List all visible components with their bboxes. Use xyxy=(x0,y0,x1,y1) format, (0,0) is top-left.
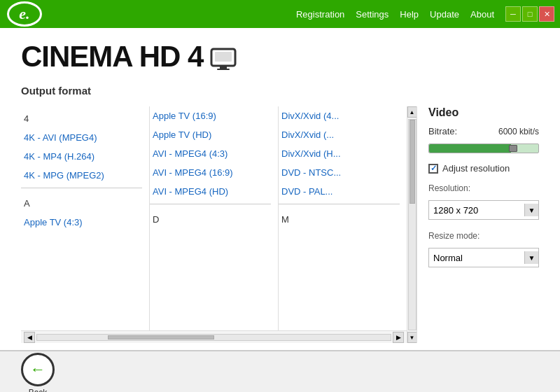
footer: ← Back xyxy=(0,350,560,392)
back-button[interactable]: ← xyxy=(21,353,55,386)
format-avi-mpeg4-43[interactable]: AVI - MPEG4 (4:3) xyxy=(150,144,271,163)
format-avi-mpeg4-169[interactable]: AVI - MPEG4 (16:9) xyxy=(150,163,271,182)
back-arrow-icon: ← xyxy=(30,360,46,379)
resize-mode-select[interactable]: Normal ▼ xyxy=(428,248,539,267)
menu-settings[interactable]: Settings xyxy=(350,6,394,22)
format-4k-mp4[interactable]: 4K - MP4 (H.264) xyxy=(21,147,142,166)
app-logo: e. xyxy=(0,0,63,28)
resize-mode-arrow-icon: ▼ xyxy=(524,251,538,264)
format-divx-3[interactable]: DivX/Xvid (H... xyxy=(279,144,400,163)
bitrate-slider-wrap[interactable] xyxy=(428,144,539,153)
app-title: CINEMA HD 4 xyxy=(21,42,203,71)
resolution-select[interactable]: 1280 x 720 ▼ xyxy=(428,200,539,220)
main-content: CINEMA HD 4 Output format 4 4K - AVI (MP… xyxy=(0,28,560,350)
svg-rect-3 xyxy=(217,69,230,70)
title-bar: e. Registration Settings Help Update Abo… xyxy=(0,0,560,28)
format-column-1: 4 4K - AVI (MPEG4) 4K - MP4 (H.264) 4K -… xyxy=(21,106,150,330)
divider-2 xyxy=(150,204,271,204)
format-appletv-169[interactable]: Apple TV (16:9) xyxy=(150,106,271,125)
format-area: 4 4K - AVI (MPEG4) 4K - MP4 (H.264) 4K -… xyxy=(21,106,539,343)
h-scroll-thumb[interactable] xyxy=(108,335,214,340)
letter-a: A xyxy=(21,191,142,213)
format-4k-mpg[interactable]: 4K - MPG (MPEG2) xyxy=(21,166,142,185)
minimize-button[interactable]: ─ xyxy=(505,6,521,22)
adjust-resolution-checkbox[interactable] xyxy=(428,164,438,174)
divider-3 xyxy=(279,204,400,204)
adjust-resolution-label: Adjust resolution xyxy=(442,163,510,174)
app-header: CINEMA HD 4 xyxy=(21,42,539,74)
bitrate-slider[interactable] xyxy=(428,144,539,153)
resolution-label: Resolution: xyxy=(428,183,539,193)
h-scroll-left-btn[interactable]: ◀ xyxy=(24,332,35,343)
format-4k-avi[interactable]: 4K - AVI (MPEG4) xyxy=(21,128,142,147)
video-title: Video xyxy=(428,106,539,119)
format-appletv-hd[interactable]: Apple TV (HD) xyxy=(150,125,271,144)
logo-letter: e. xyxy=(19,5,29,23)
menu-bar: Registration Settings Help Update About xyxy=(63,6,505,22)
svg-rect-1 xyxy=(215,52,232,62)
menu-update[interactable]: Update xyxy=(424,6,465,22)
maximize-button[interactable]: □ xyxy=(522,6,538,22)
bitrate-row: Bitrate: 6000 kbit/s xyxy=(428,126,539,136)
back-group: ← Back xyxy=(21,353,55,392)
bitrate-value: 6000 kbit/s xyxy=(498,127,539,136)
format-divx-2[interactable]: DivX/Xvid (... xyxy=(279,125,400,144)
bitrate-fill xyxy=(429,144,511,153)
format-avi-mpeg4-hd[interactable]: AVI - MPEG4 (HD) xyxy=(150,182,271,201)
h-scrollbar[interactable]: ◀ ▶ xyxy=(21,330,407,343)
format-column-2: Apple TV (16:9) Apple TV (HD) AVI - MPEG… xyxy=(150,106,279,330)
logo-circle: e. xyxy=(7,1,42,27)
format-divx-1[interactable]: DivX/Xvid (4... xyxy=(279,106,400,125)
resize-mode-label: Resize mode: xyxy=(428,231,539,241)
monitor-icon xyxy=(210,48,237,74)
v-scroll-track[interactable] xyxy=(408,119,416,330)
resolution-arrow-icon: ▼ xyxy=(524,204,538,216)
close-button[interactable]: ✕ xyxy=(539,6,554,22)
menu-registration[interactable]: Registration xyxy=(290,6,350,22)
menu-about[interactable]: About xyxy=(465,6,500,22)
v-scroll-up-btn[interactable]: ▲ xyxy=(407,106,417,118)
v-scroll-down-btn[interactable]: ▼ xyxy=(407,332,417,343)
letter-d: D xyxy=(150,207,271,229)
h-scroll-track[interactable] xyxy=(36,334,391,341)
h-scroll-right-btn[interactable]: ▶ xyxy=(393,332,404,343)
v-scrollbar[interactable]: ▲ ▼ xyxy=(407,106,416,343)
video-panel: Video Bitrate: 6000 kbit/s Adjust resolu… xyxy=(416,106,539,343)
divider-1 xyxy=(21,188,142,188)
back-label: Back xyxy=(29,388,48,392)
menu-help[interactable]: Help xyxy=(394,6,424,22)
format-dvd-ntsc[interactable]: DVD - NTSC... xyxy=(279,163,400,182)
letter-4: 4 xyxy=(21,106,142,128)
letter-m: M xyxy=(279,207,400,229)
resize-mode-value: Normal xyxy=(433,253,463,263)
bitrate-label: Bitrate: xyxy=(428,126,457,136)
section-label: Output format xyxy=(21,85,539,97)
format-dvd-pal[interactable]: DVD - PAL... xyxy=(279,182,400,201)
bitrate-thumb[interactable] xyxy=(509,145,517,152)
window-controls: ─ □ ✕ xyxy=(505,6,554,22)
format-appletv-43[interactable]: Apple TV (4:3) xyxy=(21,213,142,232)
v-scroll-thumb[interactable] xyxy=(410,120,415,204)
columns-scroll-area: 4 4K - AVI (MPEG4) 4K - MP4 (H.264) 4K -… xyxy=(21,106,407,343)
resolution-value: 1280 x 720 xyxy=(433,205,478,216)
adjust-resolution-row[interactable]: Adjust resolution xyxy=(428,163,539,174)
format-column-3: DivX/Xvid (4... DivX/Xvid (... DivX/Xvid… xyxy=(279,106,407,330)
